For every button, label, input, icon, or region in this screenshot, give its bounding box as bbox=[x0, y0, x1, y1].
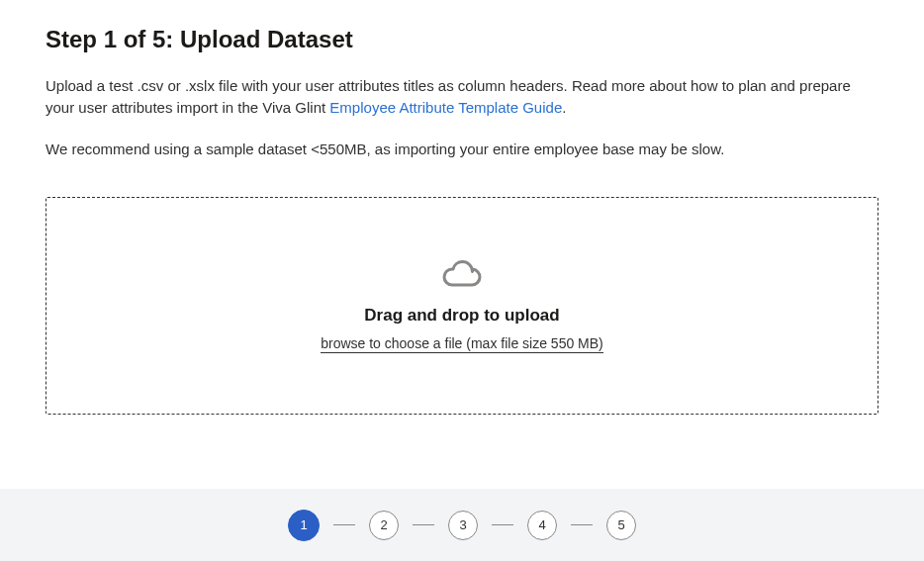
step-1[interactable]: 1 bbox=[288, 510, 320, 541]
step-2[interactable]: 2 bbox=[369, 511, 399, 540]
step-connector bbox=[571, 524, 593, 525]
intro-text-2: . bbox=[562, 99, 566, 116]
upload-dropzone[interactable]: Drag and drop to upload browse to choose… bbox=[46, 197, 878, 415]
template-guide-link[interactable]: Employee Attribute Template Guide bbox=[329, 99, 562, 116]
step-connector bbox=[492, 524, 513, 525]
step-connector bbox=[333, 524, 355, 525]
wizard-stepper: 1 2 3 4 5 bbox=[0, 489, 924, 561]
step-connector bbox=[413, 524, 434, 525]
dropzone-title: Drag and drop to upload bbox=[364, 306, 559, 326]
browse-file-link[interactable]: browse to choose a file (max file size 5… bbox=[321, 335, 603, 353]
step-4[interactable]: 4 bbox=[527, 511, 557, 540]
intro-paragraph: Upload a test .csv or .xslx file with yo… bbox=[46, 75, 878, 119]
page-title: Step 1 of 5: Upload Dataset bbox=[46, 26, 878, 53]
step-3[interactable]: 3 bbox=[448, 511, 478, 540]
size-recommendation: We recommend using a sample dataset <550… bbox=[46, 139, 878, 160]
cloud-upload-icon bbox=[441, 258, 483, 290]
step-5[interactable]: 5 bbox=[606, 511, 636, 540]
